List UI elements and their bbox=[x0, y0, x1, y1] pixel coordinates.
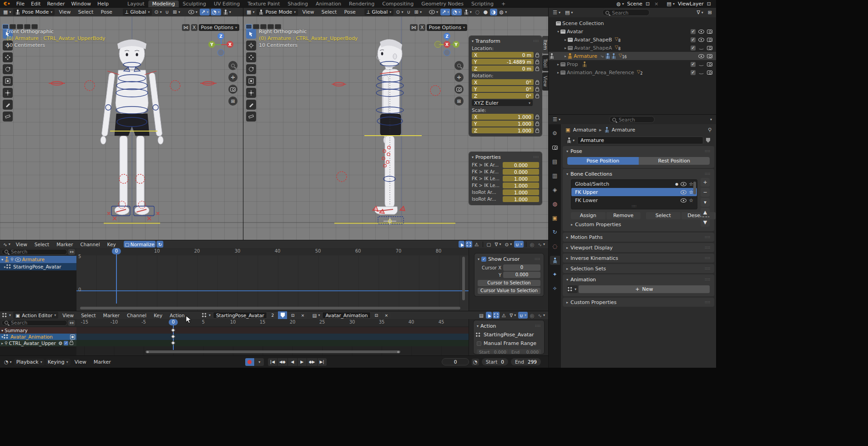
outliner-row-armature[interactable]: ▸ Armature ⤷ ▽16 bbox=[549, 52, 716, 60]
orientation-dropdown[interactable]: ⟂Global bbox=[123, 9, 152, 15]
disclosure-icon[interactable]: ▸ bbox=[563, 38, 568, 42]
select-menu[interactable]: Select bbox=[78, 313, 99, 318]
channel-menu[interactable]: Channel bbox=[124, 313, 150, 318]
disclosure-icon[interactable]: ▸ bbox=[556, 62, 560, 66]
channel-search[interactable] bbox=[1, 249, 67, 255]
list-scrollbar[interactable] bbox=[693, 182, 696, 194]
hide-eye-icon[interactable] bbox=[698, 63, 704, 66]
slot-name-field[interactable]: Avatar_Animation bbox=[322, 312, 371, 319]
tab-bone-constraint-icon[interactable]: ✧ bbox=[550, 284, 560, 293]
disclosure-icon[interactable]: ▸ bbox=[556, 71, 560, 75]
cursor-x-field[interactable]: 0 bbox=[503, 264, 540, 271]
proportional-edit-icon[interactable]: ◎ bbox=[529, 312, 535, 319]
snap-icon[interactable]: ∪ bbox=[518, 312, 528, 319]
assign-button[interactable]: Assign bbox=[571, 212, 606, 219]
panel-selection-sets[interactable]: Selection Sets∷∷ bbox=[563, 264, 714, 273]
channel-region-empty[interactable] bbox=[0, 346, 76, 356]
pin-icon[interactable]: ⚲ bbox=[5, 341, 8, 345]
viewport-front-canvas[interactable]: ⋈ X Pose Options Front Orthographic (0) … bbox=[0, 16, 243, 240]
camera-view-icon[interactable] bbox=[454, 85, 464, 94]
menu-render[interactable]: Render bbox=[44, 1, 68, 7]
collection-row-fk-upper[interactable]: FK Upper ☆ bbox=[571, 188, 697, 196]
custom-properties-subpanel[interactable]: ▸Custom Properties bbox=[571, 220, 711, 228]
workspace-tab-sculpting[interactable]: Sculpting bbox=[179, 0, 210, 7]
transform-panel-header[interactable]: Transform∷∷ bbox=[472, 38, 539, 44]
channel-ctrl-avatar-upper[interactable]: ▸ ⚲ CTRL_Avatar_Upper ⚙ ✓ bbox=[0, 340, 76, 346]
fake-user-shield-icon[interactable] bbox=[705, 137, 712, 144]
rotation-x-field[interactable]: X0° bbox=[472, 79, 534, 85]
snap-settings-icon[interactable]: ⊞ bbox=[172, 9, 182, 15]
collection-row-global-switch[interactable]: Global/Switch ●☆ bbox=[571, 180, 697, 188]
tool-transform[interactable] bbox=[246, 88, 256, 98]
viewlayer-name[interactable]: ViewLayer bbox=[678, 1, 704, 7]
exclude-checkbox[interactable]: ✓ bbox=[691, 62, 696, 67]
tool-rotate[interactable] bbox=[246, 64, 256, 74]
menu-help[interactable]: Help bbox=[94, 1, 112, 7]
influence-checkbox[interactable]: ✓ bbox=[64, 341, 68, 345]
slot-browse-icon[interactable]: ▤ bbox=[311, 312, 321, 319]
exclude-checkbox[interactable]: ✓ bbox=[691, 70, 696, 75]
mirror-pose-icon[interactable]: ⋈ bbox=[182, 24, 190, 31]
solo-dot-icon[interactable]: ● bbox=[675, 182, 678, 186]
gizmo-y-axis[interactable]: Y bbox=[453, 41, 459, 48]
marker-menu[interactable]: Marker bbox=[91, 359, 114, 365]
shading-wireframe-icon[interactable]: ◌ bbox=[474, 9, 481, 15]
filter-icon[interactable]: ∇ bbox=[493, 241, 502, 248]
gizmo-z-axis[interactable]: Z bbox=[444, 33, 450, 40]
scene-name[interactable]: Scene bbox=[627, 1, 643, 7]
overlays-icon[interactable] bbox=[187, 9, 199, 15]
display-mode-icon[interactable]: ☰ bbox=[551, 9, 562, 16]
cursor-value-to-selection-button[interactable]: Cursor Value to Selection bbox=[478, 288, 540, 294]
tab-scene-icon[interactable]: ◈ bbox=[550, 185, 560, 194]
pin-icon[interactable]: ⚲ bbox=[10, 257, 14, 262]
scale-z-field[interactable]: Z1.000 bbox=[472, 127, 534, 133]
fk-ik-leg-slider[interactable]: 1.000 bbox=[503, 182, 539, 188]
location-z-field[interactable]: Z0 m bbox=[472, 66, 534, 71]
snap-icon[interactable]: ∪ bbox=[514, 241, 524, 248]
pivot-icon[interactable]: ⊙ bbox=[503, 241, 513, 248]
tool-move[interactable] bbox=[246, 52, 256, 62]
rotation-y-field[interactable]: Y0° bbox=[472, 86, 534, 92]
workspace-tab-modeling[interactable]: Modeling bbox=[148, 0, 178, 7]
next-keyframe-button[interactable]: ◆▶ bbox=[307, 358, 317, 366]
hide-eye-icon[interactable] bbox=[698, 54, 704, 58]
orientation-dropdown[interactable]: ⟂Global bbox=[364, 9, 394, 15]
fake-user-shield-icon[interactable] bbox=[278, 311, 287, 319]
tab-tool[interactable]: Tool bbox=[542, 55, 548, 71]
render-camera-icon[interactable] bbox=[707, 54, 712, 58]
current-frame-indicator[interactable]: 0 bbox=[112, 248, 121, 254]
scene-browse-icon[interactable]: ◍ bbox=[615, 0, 626, 7]
editor-type-icon[interactable]: ▦ bbox=[245, 9, 256, 15]
fk-ik-leg-slider[interactable]: 1.000 bbox=[503, 176, 539, 182]
modifier-wrench-icon[interactable]: ⚙ bbox=[58, 340, 62, 346]
marker-menu[interactable]: Marker bbox=[100, 313, 123, 318]
breadcrumb-object[interactable]: Armature bbox=[573, 127, 596, 133]
tab-object-icon[interactable]: ▣ bbox=[550, 213, 560, 223]
graph-curve-area[interactable] bbox=[76, 255, 469, 311]
cursor-to-selection-button[interactable]: Cursor to Selection bbox=[478, 280, 540, 286]
outliner-row-scene-collection[interactable]: Scene Collection bbox=[549, 19, 716, 27]
outliner-row-avatar-shapeb[interactable]: ▸ Avatar_ShapeB ▽8 ✓ bbox=[549, 35, 716, 44]
normalize-toggle[interactable]: ▢ Normalize bbox=[124, 241, 156, 248]
gizmo-x-axis[interactable]: X bbox=[444, 41, 450, 48]
render-camera-icon[interactable] bbox=[707, 30, 712, 34]
tab-physics-icon[interactable]: ◌ bbox=[550, 242, 560, 251]
rotation-mode-dropdown[interactable]: XYZ Euler bbox=[472, 100, 533, 106]
mirror-pose-icon[interactable]: ⋈ bbox=[410, 24, 418, 31]
filter-mode-icon[interactable]: ▤ bbox=[564, 9, 574, 16]
unlink-scene-icon[interactable]: × bbox=[653, 0, 660, 7]
remove-button[interactable]: Remove bbox=[606, 212, 641, 219]
snap-magnet-icon[interactable]: ∪ bbox=[164, 9, 171, 15]
manual-frame-range-checkbox[interactable] bbox=[477, 341, 481, 346]
collection-row-fk-lower[interactable]: FK Lower ☆ bbox=[571, 196, 697, 204]
options-icon[interactable] bbox=[708, 116, 713, 123]
animation-panel-header[interactable]: Animation∷∷ bbox=[566, 276, 711, 283]
graph-ruler[interactable]: 10 20 30 40 50 60 70 80 0 bbox=[76, 248, 469, 255]
lock-icon[interactable] bbox=[535, 68, 539, 71]
dope-ruler[interactable]: -15 -10 -5 5 10 15 20 25 30 35 40 45 0 bbox=[76, 319, 469, 326]
action-panel-name[interactable]: StartingPose_Avatar bbox=[484, 332, 534, 338]
unlink-action-icon[interactable]: × bbox=[298, 311, 307, 319]
hide-eye-icon[interactable] bbox=[698, 30, 704, 34]
collection-specials-button[interactable]: ▾ bbox=[701, 198, 710, 207]
gizmo-minus-x-axis[interactable] bbox=[434, 41, 441, 48]
